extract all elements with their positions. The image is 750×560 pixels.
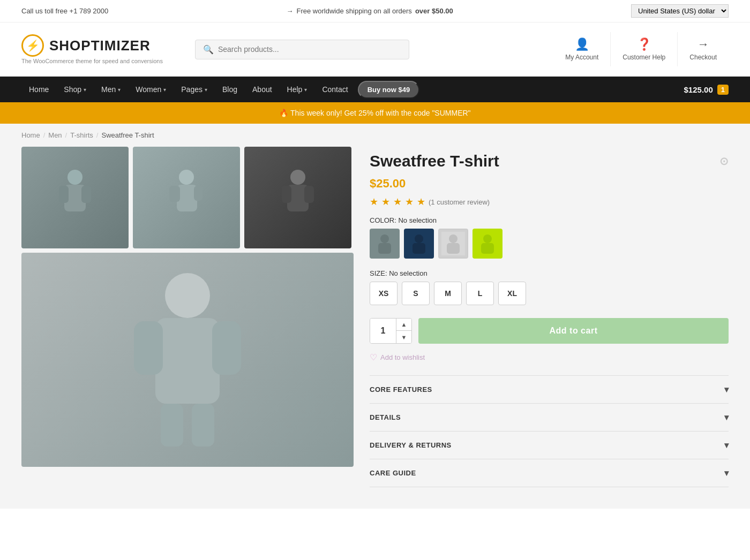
size-xl[interactable]: XL (498, 282, 526, 305)
quantity-value: 1 (370, 319, 396, 343)
svg-point-19 (380, 234, 389, 243)
size-xs[interactable]: XS (370, 282, 398, 305)
search-input[interactable] (218, 45, 401, 54)
phone-text: Call us toll free +1 789 2000 (21, 7, 108, 15)
svg-rect-17 (192, 404, 214, 447)
svg-rect-11 (304, 186, 314, 203)
accordion-care-guide-header[interactable]: CARE GUIDE ▾ (370, 459, 729, 487)
breadcrumb-men[interactable]: Men (48, 131, 62, 139)
nav-item-home[interactable]: Home (21, 77, 56, 102)
breadcrumb-home[interactable]: Home (21, 131, 40, 139)
cart-price: $125.00 (684, 85, 713, 94)
chevron-down-icon: ▾ (118, 87, 121, 93)
product-accordions: CORE FEATURES ▾ DETAILS ▾ DELIVERY & RET… (370, 375, 729, 487)
star-5: ★ (417, 196, 425, 208)
quantity-down-button[interactable]: ▼ (396, 331, 411, 344)
accordion-details-label: DETAILS (370, 413, 401, 421)
header: ⚡ SHOPTIMIZER The WooCommerce theme for … (0, 22, 750, 77)
product-title-text: Sweatfree T-shirt (370, 152, 499, 170)
accordion-details: DETAILS ▾ (370, 404, 729, 432)
product-stars: ★ ★ ★ ★ ★ (1 customer review) (370, 196, 729, 208)
search-icon: 🔍 (203, 44, 214, 55)
color-swatch-white[interactable] (438, 229, 468, 259)
buy-now-button[interactable]: Buy now $49 (358, 81, 419, 99)
svg-rect-7 (194, 186, 202, 201)
logo-icon: ⚡ (21, 34, 44, 57)
chevron-down-icon: ▾ (724, 440, 729, 450)
svg-rect-3 (81, 186, 91, 203)
star-4: ★ (405, 196, 414, 208)
nav-cart[interactable]: $125.00 1 (684, 85, 729, 95)
color-label: COLOR: No selection (370, 216, 729, 224)
chevron-down-icon: ▾ (724, 384, 729, 395)
nav-item-pages[interactable]: Pages ▾ (174, 77, 215, 102)
search-bar[interactable]: 🔍 (195, 40, 409, 59)
nav-item-help[interactable]: Help ▾ (280, 77, 315, 102)
quantity-up-button[interactable]: ▲ (396, 318, 411, 331)
accordion-care-guide: CARE GUIDE ▾ (370, 459, 729, 487)
header-actions: 👤 My Account ❓ Customer Help → Checkout (553, 32, 729, 66)
breadcrumb-tshirts[interactable]: T-shirts (70, 131, 93, 139)
thumbnail-side[interactable] (133, 147, 240, 248)
nav-item-women[interactable]: Women ▾ (128, 77, 174, 102)
product-thumbnails (21, 147, 354, 248)
svg-point-28 (483, 234, 492, 243)
size-s[interactable]: S (402, 282, 430, 305)
accordion-core-features-header[interactable]: CORE FEATURES ▾ (370, 376, 729, 403)
thumbnail-front[interactable] (244, 147, 351, 248)
checkout-action[interactable]: → Checkout (677, 32, 729, 66)
color-swatch-lime[interactable] (472, 229, 502, 259)
accordion-delivery-header[interactable]: DELIVERY & RETURNS ▾ (370, 432, 729, 459)
promo-text: This week only! Get 25% off with the cod… (290, 109, 471, 117)
nav-item-about[interactable]: About (245, 77, 280, 102)
size-m[interactable]: M (434, 282, 462, 305)
promo-banner: 🔥 This week only! Get 25% off with the c… (0, 102, 750, 124)
product-title-row: Sweatfree T-shirt ⊙ (370, 152, 729, 170)
product-images (21, 147, 354, 487)
wishlist-button[interactable]: ♡ Add to wishlist (370, 352, 729, 362)
svg-rect-14 (134, 321, 163, 375)
wishlist-label: Add to wishlist (380, 353, 425, 361)
accordion-details-header[interactable]: DETAILS ▾ (370, 404, 729, 431)
chevron-down-icon: ▾ (84, 87, 86, 93)
accordion-core-features-label: CORE FEATURES (370, 385, 432, 393)
accordion-delivery-label: DELIVERY & RETURNS (370, 441, 452, 449)
customer-help-action[interactable]: ❓ Customer Help (610, 32, 677, 66)
heart-icon: ♡ (370, 352, 377, 362)
color-swatch-navy[interactable] (404, 229, 434, 259)
nav-item-men[interactable]: Men ▾ (94, 77, 128, 102)
accordion-care-guide-label: CARE GUIDE (370, 469, 416, 477)
promo-icon: 🔥 (279, 109, 288, 117)
currency-selector[interactable]: United States (US) dollar (631, 4, 729, 18)
svg-rect-16 (161, 404, 183, 447)
add-to-cart-button[interactable]: Add to cart (418, 318, 729, 344)
logo-text: SHOPTIMIZER (49, 37, 151, 54)
svg-rect-29 (481, 243, 494, 254)
checkout-icon: → (698, 37, 709, 51)
cart-badge: 1 (717, 85, 729, 95)
my-account-action[interactable]: 👤 My Account (553, 32, 610, 66)
color-swatch-gray[interactable] (370, 229, 400, 259)
logo[interactable]: ⚡ SHOPTIMIZER The WooCommerce theme for … (21, 34, 163, 64)
svg-rect-10 (282, 186, 291, 203)
product-info: Sweatfree T-shirt ⊙ $25.00 ★ ★ ★ ★ ★ (1 … (370, 147, 729, 487)
thumbnail-back[interactable] (21, 147, 129, 248)
svg-point-25 (449, 234, 458, 243)
review-count: (1 customer review) (429, 198, 490, 206)
breadcrumb: Home / Men / T-shirts / Sweatfree T-shir… (0, 124, 750, 147)
svg-rect-23 (412, 243, 425, 254)
svg-rect-20 (378, 243, 391, 254)
svg-rect-6 (169, 186, 180, 202)
star-1: ★ (370, 196, 378, 208)
shipping-text: → Free worldwide shipping on all orders … (287, 7, 453, 15)
size-l[interactable]: L (466, 282, 494, 305)
nav-item-shop[interactable]: Shop ▾ (56, 77, 94, 102)
nav-item-blog[interactable]: Blog (215, 77, 245, 102)
checkout-label: Checkout (689, 54, 717, 61)
share-icon[interactable]: ⊙ (719, 155, 729, 168)
accordion-delivery: DELIVERY & RETURNS ▾ (370, 432, 729, 459)
nav: Home Shop ▾ Men ▾ Women ▾ Pages ▾ Blog A… (0, 77, 750, 102)
chevron-down-icon: ▾ (205, 87, 207, 93)
product-main-image[interactable] (21, 253, 354, 467)
nav-item-contact[interactable]: Contact (314, 77, 355, 102)
